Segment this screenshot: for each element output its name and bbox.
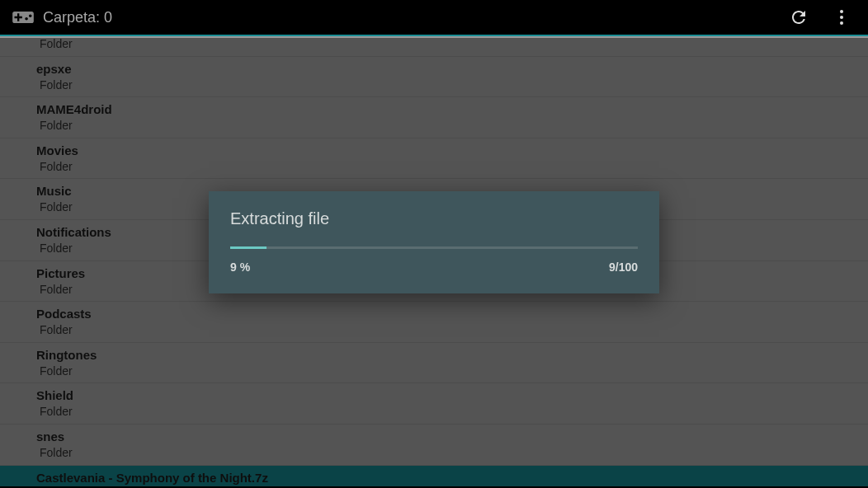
item-name: MAME4droid <box>36 101 868 118</box>
action-bar: Carpeta: 0 <box>0 0 868 36</box>
progress-labels: 9 % 9/100 <box>230 260 638 274</box>
progress-bar <box>230 246 638 249</box>
item-type: Folder <box>36 159 868 176</box>
page-title: Carpeta: 0 <box>43 9 789 26</box>
item-name: Castlevania - Symphony of the Night.7z <box>36 469 868 486</box>
action-icons <box>789 7 858 27</box>
refresh-icon[interactable] <box>789 7 809 27</box>
list-item[interactable]: ShieldFolder <box>0 383 868 425</box>
item-type: Folder <box>36 322 868 339</box>
item-name: Podcasts <box>36 305 868 322</box>
dialog-title: Extracting file <box>230 209 638 228</box>
list-item[interactable]: RingtonesFolder <box>0 343 868 384</box>
item-type: Folder <box>36 77 868 94</box>
progress-percent: 9 % <box>230 260 250 274</box>
item-name: Ringtones <box>36 346 868 364</box>
svg-point-0 <box>840 10 843 13</box>
list-item[interactable]: Folder <box>0 36 868 57</box>
list-item[interactable]: snesFolder <box>0 425 868 466</box>
item-name: epsxe <box>36 60 868 77</box>
item-name: Movies <box>36 142 868 159</box>
svg-point-1 <box>840 16 843 19</box>
item-name: snes <box>36 428 868 445</box>
extracting-dialog: Extracting file 9 % 9/100 <box>209 191 659 293</box>
item-type: Folder <box>36 445 868 462</box>
list-item[interactable]: MAME4droidFolder <box>0 97 868 138</box>
overflow-menu-icon[interactable] <box>832 7 851 27</box>
list-item[interactable]: PodcastsFolder <box>0 302 868 343</box>
item-type: Folder <box>36 404 868 420</box>
item-type: Folder <box>36 118 868 134</box>
item-name: Shield <box>36 387 868 404</box>
list-item[interactable]: Castlevania - Symphony of the Night.7zFi… <box>0 466 868 486</box>
item-type: Folder <box>36 36 868 53</box>
list-item[interactable]: epsxeFolder <box>0 57 868 98</box>
progress-fill <box>230 246 267 249</box>
list-item[interactable]: MoviesFolder <box>0 138 868 180</box>
item-type: Folder <box>36 364 868 380</box>
progress-count: 9/100 <box>609 260 638 274</box>
gamepad-icon <box>10 4 36 30</box>
svg-point-2 <box>840 21 843 25</box>
